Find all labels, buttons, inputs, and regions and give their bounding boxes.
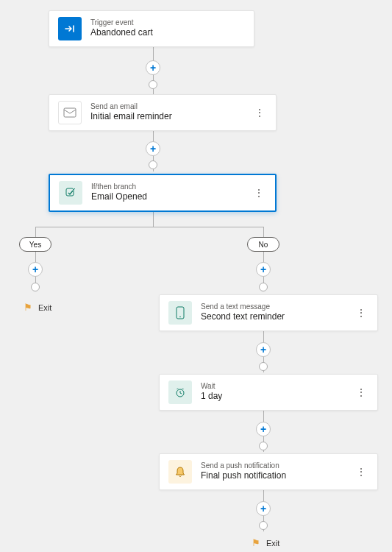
connector-node (259, 362, 268, 371)
sms-icon (168, 301, 192, 325)
connector-node (259, 521, 268, 530)
branch-subtitle: If/then branch (91, 183, 243, 191)
wait-menu-button[interactable]: ⋮ (354, 382, 368, 403)
branch-yes-label: Yes (29, 241, 41, 249)
add-step-button[interactable]: + (256, 422, 271, 436)
branch-icon (59, 181, 82, 205)
add-step-button[interactable]: + (256, 342, 271, 357)
email-menu-button[interactable]: ⋮ (252, 102, 267, 123)
branch-no-label: No (259, 241, 268, 249)
branch-yes-pill: Yes (19, 237, 51, 252)
sms-menu-button[interactable]: ⋮ (354, 302, 368, 323)
flag-icon: ⚑ (24, 302, 32, 313)
email-icon (58, 101, 82, 124)
trigger-title: Abandoned cart (90, 27, 245, 39)
svg-rect-0 (64, 108, 76, 117)
wait-subtitle: Wait (201, 382, 345, 391)
connector-node (259, 283, 268, 291)
add-step-button[interactable]: + (28, 262, 43, 277)
trigger-subtitle: Trigger event (90, 18, 245, 27)
branch-menu-button[interactable]: ⋮ (252, 183, 266, 203)
exit-left-label: Exit (38, 303, 51, 312)
connector-node (259, 442, 268, 450)
svg-point-3 (179, 316, 181, 318)
wait-card[interactable]: Wait 1 day ⋮ (159, 374, 378, 411)
push-title: Final push notification (201, 470, 345, 482)
connector (35, 227, 264, 227)
sms-card[interactable]: Send a text message Second text reminder… (159, 294, 378, 331)
add-step-button[interactable]: + (256, 501, 271, 516)
exit-right: ⚑ Exit (252, 537, 279, 548)
add-step-button[interactable]: + (146, 141, 160, 156)
push-icon (168, 460, 192, 484)
wait-icon (168, 381, 192, 404)
flag-icon: ⚑ (252, 537, 260, 548)
connector (153, 210, 154, 227)
sms-subtitle: Send a text message (201, 302, 345, 311)
trigger-icon (58, 17, 82, 40)
email-title: Initial email reminder (90, 111, 243, 123)
connector-node (31, 283, 40, 291)
add-step-button[interactable]: + (146, 60, 160, 75)
email-card[interactable]: Send an email Initial email reminder ⋮ (49, 94, 277, 131)
connector-node (149, 160, 157, 169)
exit-left: ⚑ Exit (24, 302, 51, 313)
branch-no-pill: No (247, 237, 279, 252)
trigger-card[interactable]: Trigger event Abandoned cart (49, 10, 254, 47)
wait-title: 1 day (201, 391, 345, 403)
sms-title: Second text reminder (201, 311, 345, 323)
add-step-button[interactable]: + (256, 262, 271, 277)
exit-right-label: Exit (266, 539, 279, 548)
branch-title: Email Opened (91, 191, 243, 203)
push-card[interactable]: Send a push notification Final push noti… (159, 453, 378, 490)
branch-card[interactable]: If/then branch Email Opened ⋮ (49, 174, 277, 212)
email-subtitle: Send an email (90, 102, 243, 111)
push-subtitle: Send a push notification (201, 461, 345, 470)
push-menu-button[interactable]: ⋮ (354, 461, 368, 482)
connector-node (149, 80, 157, 89)
